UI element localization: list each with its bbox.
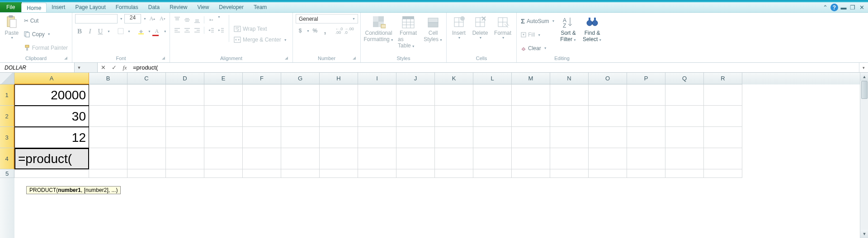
tab-formulas[interactable]: Formulas (111, 2, 143, 12)
cell-P3[interactable] (627, 127, 665, 148)
cell-F4[interactable] (243, 148, 281, 169)
bold-button[interactable]: B (75, 27, 84, 36)
clear-button[interactable]: Clear▼ (519, 45, 556, 52)
vertical-scrollbar[interactable]: ▲ ▼ (860, 73, 868, 238)
cell-E4[interactable] (204, 148, 243, 169)
cell-R4[interactable] (704, 148, 742, 169)
wrap-text-button[interactable]: Wrap Text (232, 25, 288, 33)
cell-H3[interactable] (320, 127, 358, 148)
font-size-selector[interactable]: 24 (124, 14, 141, 23)
align-center-icon[interactable] (183, 26, 192, 35)
window-minimize-icon[interactable]: ▬ (840, 4, 847, 11)
cell-D4[interactable] (166, 148, 204, 169)
cell-I1[interactable] (358, 84, 396, 106)
chevron-down-icon[interactable]: ▼ (350, 17, 358, 20)
chevron-down-icon[interactable]: ▼ (143, 17, 146, 20)
format-cells-button[interactable]: Format▼ (492, 14, 514, 55)
cell-G1[interactable] (281, 84, 320, 106)
format-painter-button[interactable]: Format Painter (23, 44, 69, 51)
number-format-select[interactable]: General (296, 16, 349, 22)
delete-cells-button[interactable]: Delete▼ (470, 14, 490, 55)
tab-file[interactable]: File (0, 2, 22, 12)
cell-R5[interactable] (704, 169, 742, 178)
align-middle-icon[interactable] (183, 15, 192, 24)
align-right-icon[interactable] (193, 26, 202, 35)
tab-home[interactable]: Home (21, 3, 47, 12)
cell-C3[interactable] (127, 127, 166, 148)
cell-J3[interactable] (396, 127, 435, 148)
cell-J2[interactable] (396, 106, 435, 127)
tab-page-layout[interactable]: Page Layout (70, 2, 110, 12)
borders-button[interactable] (116, 27, 125, 36)
cell-Q2[interactable] (665, 106, 704, 127)
autosum-button[interactable]: ΣAutoSum▼ (519, 17, 556, 25)
cell-K4[interactable] (435, 148, 473, 169)
expand-formula-bar-icon[interactable]: ▾ (859, 63, 868, 72)
find-select-button[interactable]: Find &Select▼ (580, 14, 604, 55)
cell-E1[interactable] (204, 84, 243, 106)
chevron-down-icon[interactable]: ▼ (164, 30, 167, 33)
cell-J5[interactable] (396, 169, 435, 178)
cell-K2[interactable] (435, 106, 473, 127)
cell-C4[interactable] (127, 148, 166, 169)
dialog-launcher-icon[interactable]: ◢ (351, 56, 357, 61)
cell-O5[interactable] (589, 169, 627, 178)
cell-A4[interactable]: =product( (14, 148, 89, 169)
sort-filter-button[interactable]: AZSort &Filter▼ (558, 14, 579, 55)
column-header-C[interactable]: C (127, 73, 166, 84)
percent-format-icon[interactable]: % (311, 26, 320, 35)
cell-H4[interactable] (320, 148, 358, 169)
chevron-down-icon[interactable]: ▼ (107, 30, 110, 33)
insert-cells-button[interactable]: Insert▼ (449, 14, 468, 55)
dialog-launcher-icon[interactable]: ◢ (283, 56, 289, 61)
cell-F2[interactable] (243, 106, 281, 127)
cell-Q1[interactable] (665, 84, 704, 106)
comma-format-icon[interactable]: , (321, 26, 330, 35)
italic-button[interactable]: I (85, 27, 94, 36)
conditional-formatting-button[interactable]: ConditionalFormatting▼ (363, 14, 394, 55)
cell-N5[interactable] (550, 169, 589, 178)
cell-P1[interactable] (627, 84, 665, 106)
cell-Q3[interactable] (665, 127, 704, 148)
paste-button[interactable]: Paste ▼ (3, 14, 21, 55)
cell-B1[interactable] (89, 84, 127, 106)
column-header-M[interactable]: M (512, 73, 550, 84)
row-header-2[interactable]: 2 (0, 106, 14, 127)
fill-button[interactable]: Fill▼ (519, 31, 556, 38)
cell-I5[interactable] (358, 169, 396, 178)
cell-G3[interactable] (281, 127, 320, 148)
cell-I4[interactable] (358, 148, 396, 169)
cell-A3[interactable]: 12 (14, 127, 89, 148)
cell-C2[interactable] (127, 106, 166, 127)
dialog-launcher-icon[interactable]: ◢ (160, 56, 166, 61)
cell-N3[interactable] (550, 127, 589, 148)
cell-L3[interactable] (473, 127, 512, 148)
cell-J4[interactable] (396, 148, 435, 169)
cell-N2[interactable] (550, 106, 589, 127)
cell-M2[interactable] (512, 106, 550, 127)
enter-formula-icon[interactable]: ✓ (108, 64, 119, 71)
cell-H1[interactable] (320, 84, 358, 106)
decrease-indent-icon[interactable] (207, 26, 216, 35)
column-header-O[interactable]: O (589, 73, 627, 84)
decrease-decimal-icon[interactable]: →.00.0 (344, 26, 354, 35)
fx-icon[interactable]: fx (119, 64, 130, 71)
cell-G4[interactable] (281, 148, 320, 169)
row-headers[interactable]: 12345 (0, 84, 14, 238)
chevron-down-icon[interactable]: ▼ (217, 15, 221, 24)
cell-N4[interactable] (550, 148, 589, 169)
tab-data[interactable]: Data (143, 2, 165, 12)
increase-decimal-icon[interactable]: ←.0.00 (335, 26, 344, 35)
cell-I3[interactable] (358, 127, 396, 148)
cell-Q4[interactable] (665, 148, 704, 169)
copy-button[interactable]: Copy▼ (23, 31, 69, 38)
cell-R2[interactable] (704, 106, 742, 127)
column-header-N[interactable]: N (550, 73, 589, 84)
scroll-up-icon[interactable]: ▲ (860, 73, 868, 81)
cell-F3[interactable] (243, 127, 281, 148)
accounting-format-icon[interactable]: $ (296, 26, 305, 35)
column-header-B[interactable]: B (89, 73, 127, 84)
cell-D1[interactable] (166, 84, 204, 106)
cell-P2[interactable] (627, 106, 665, 127)
cell-J1[interactable] (396, 84, 435, 106)
